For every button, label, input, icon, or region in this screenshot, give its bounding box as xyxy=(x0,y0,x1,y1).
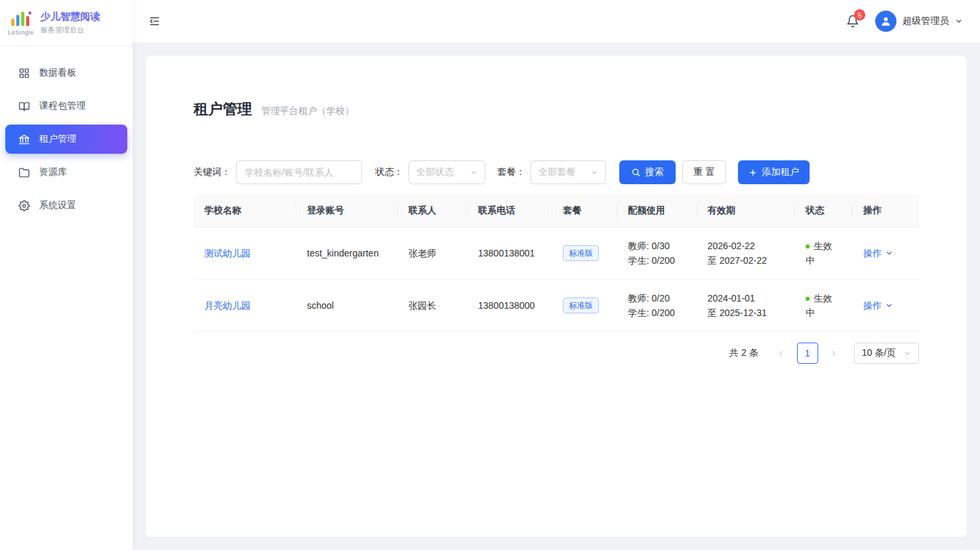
col-phone: 联系电话 xyxy=(467,195,552,227)
page-title: 租户管理 xyxy=(194,99,252,119)
bank-icon xyxy=(19,134,30,145)
school-name-link[interactable]: 测试幼儿园 xyxy=(204,248,251,258)
contact-cell: 张园长 xyxy=(398,280,467,332)
folder-icon xyxy=(19,167,30,178)
row-actions-dropdown[interactable]: 操作 xyxy=(863,298,893,313)
table-row: 月亮幼儿园 school 张园长 13800138000 标准版 教师: 0/2… xyxy=(194,280,919,332)
search-icon xyxy=(631,168,641,177)
user-menu[interactable]: 超级管理员 xyxy=(875,11,963,32)
sidebar-item-tenants[interactable]: 租户管理 xyxy=(5,125,127,154)
chevron-down-icon xyxy=(904,350,911,357)
app-title: 少儿智慧阅读 xyxy=(40,11,100,23)
status-cell: 生效中 xyxy=(795,280,853,332)
tenant-table: 学校名称 登录账号 联系人 联系电话 套餐 配额使用 有效期 状态 操作 测试幼… xyxy=(194,195,919,332)
col-actions: 操作 xyxy=(853,195,919,227)
valid-from: 2024-01-01 xyxy=(707,291,784,305)
sidebar-item-dashboard[interactable]: 数据看板 xyxy=(5,58,127,87)
status-badge: 生效中 xyxy=(806,293,832,318)
username: 超级管理员 xyxy=(902,15,949,27)
notifications-button[interactable]: 5 xyxy=(846,15,859,28)
row-actions-label: 操作 xyxy=(863,298,882,313)
brand-name: LeSingle xyxy=(8,29,34,36)
chevron-down-icon xyxy=(591,169,598,176)
table-header-row: 学校名称 登录账号 联系人 联系电话 套餐 配额使用 有效期 状态 操作 xyxy=(194,195,919,227)
plus-icon xyxy=(749,168,757,177)
school-name-link[interactable]: 月亮幼儿园 xyxy=(204,300,251,311)
phone-cell: 13800138001 xyxy=(467,227,552,280)
pagination-page-1[interactable]: 1 xyxy=(797,343,818,364)
plan-select[interactable]: 全部套餐 xyxy=(530,160,606,184)
col-account: 登录账号 xyxy=(296,195,398,227)
status-badge: 生效中 xyxy=(806,241,832,266)
quota-student: 学生: 0/200 xyxy=(628,305,686,320)
status-dot xyxy=(806,297,810,301)
col-plan: 套餐 xyxy=(552,195,617,227)
quota-cell: 教师: 0/20 学生: 0/200 xyxy=(617,280,697,332)
col-status: 状态 xyxy=(795,195,853,227)
col-quota: 配额使用 xyxy=(617,195,697,227)
table-row: 测试幼儿园 test_kindergarten 张老师 13800138001 … xyxy=(194,227,919,280)
tenant-management-card: 租户管理 管理平台租户（学校） 关键词： 状态： 全部状态 套餐： 全部套餐 xyxy=(146,56,967,537)
valid-from: 2026-02-22 xyxy=(707,239,784,253)
sidebar-item-label: 数据看板 xyxy=(39,67,76,79)
book-icon xyxy=(19,101,30,112)
contact-cell: 张老师 xyxy=(398,227,467,280)
validity-cell: 2024-01-01 至 2025-12-31 xyxy=(697,280,795,332)
add-tenant-button-label: 添加租户 xyxy=(762,166,799,178)
chevron-down-icon xyxy=(955,17,963,25)
app-subtitle: 服务管理后台 xyxy=(40,25,100,35)
plan-select-value: 全部套餐 xyxy=(538,166,576,178)
sidebar-item-resources[interactable]: 资源库 xyxy=(5,158,127,187)
sidebar-item-label: 系统设置 xyxy=(39,199,76,211)
keyword-label: 关键词： xyxy=(194,166,231,178)
valid-to: 至 2027-02-22 xyxy=(707,253,784,268)
dashboard-grid-icon xyxy=(19,68,30,79)
search-button[interactable]: 搜索 xyxy=(619,160,676,184)
status-select[interactable]: 全部状态 xyxy=(408,160,485,184)
pagination-prev-button[interactable] xyxy=(770,343,792,364)
quota-teacher: 教师: 0/30 xyxy=(628,239,686,253)
menu-fold-icon xyxy=(149,15,160,27)
col-school: 学校名称 xyxy=(194,195,296,227)
chevron-down-icon xyxy=(885,249,893,257)
user-icon xyxy=(880,15,892,27)
quota-student: 学生: 0/200 xyxy=(628,253,686,268)
sidebar-item-label: 资源库 xyxy=(39,166,67,178)
status-label: 状态： xyxy=(375,166,403,178)
sidebar-item-label: 租户管理 xyxy=(39,133,76,145)
col-contact: 联系人 xyxy=(398,195,467,227)
topbar: 5 超级管理员 xyxy=(133,0,980,42)
valid-to: 至 2025-12-31 xyxy=(707,305,784,320)
chevron-left-icon xyxy=(776,349,785,358)
reset-button[interactable]: 重 置 xyxy=(682,160,726,184)
account-cell: test_kindergarten xyxy=(296,227,398,280)
logo-mark: LeSingle xyxy=(8,10,34,36)
filter-bar: 关键词： 状态： 全部状态 套餐： 全部套餐 搜索 重 置 xyxy=(194,160,919,184)
brand-logo-icon xyxy=(9,10,33,28)
status-cell: 生效中 xyxy=(795,227,853,280)
avatar xyxy=(875,11,896,32)
pagination-total: 共 2 条 xyxy=(729,347,759,359)
page-size-value: 10 条/页 xyxy=(862,347,896,359)
row-actions-dropdown[interactable]: 操作 xyxy=(863,246,893,260)
sidebar-item-settings[interactable]: 系统设置 xyxy=(5,191,127,220)
page-size-select[interactable]: 10 条/页 xyxy=(854,343,919,364)
notification-badge: 5 xyxy=(854,9,865,21)
sidebar-item-label: 课程包管理 xyxy=(39,100,86,112)
account-cell: school xyxy=(296,280,398,332)
page-subtitle: 管理平台租户（学校） xyxy=(261,105,354,117)
page-head: 租户管理 管理平台租户（学校） xyxy=(194,99,919,119)
keyword-input[interactable] xyxy=(236,160,362,184)
plan-label: 套餐： xyxy=(497,166,525,178)
pagination-next-button[interactable] xyxy=(824,343,845,364)
validity-cell: 2026-02-22 至 2027-02-22 xyxy=(697,227,795,280)
content-area: 租户管理 管理平台租户（学校） 关键词： 状态： 全部状态 套餐： 全部套餐 xyxy=(133,42,980,550)
status-select-value: 全部状态 xyxy=(416,166,454,178)
chevron-down-icon xyxy=(885,302,893,309)
sidebar-collapse-button[interactable] xyxy=(149,15,160,27)
sidebar: LeSingle 少儿智慧阅读 服务管理后台 数据看板 课程包管理 租户管理 资… xyxy=(0,0,133,550)
sidebar-item-course-packages[interactable]: 课程包管理 xyxy=(5,91,127,121)
add-tenant-button[interactable]: 添加租户 xyxy=(738,160,810,184)
quota-cell: 教师: 0/30 学生: 0/200 xyxy=(617,227,697,280)
chevron-down-icon xyxy=(470,169,477,176)
